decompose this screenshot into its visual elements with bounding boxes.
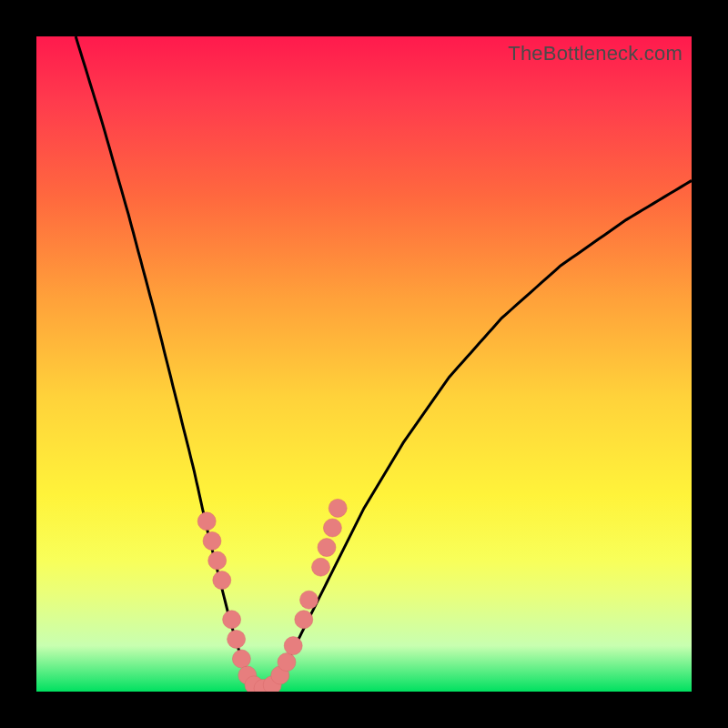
- chart-svg: [36, 36, 692, 692]
- highlight-dot: [203, 531, 221, 550]
- curve-left-branch: [76, 36, 259, 692]
- highlight-dot: [208, 551, 227, 570]
- curve-group: [76, 36, 692, 692]
- highlight-dot: [323, 519, 341, 537]
- outer-frame: TheBottleneck.com: [0, 0, 728, 728]
- dots-group: [197, 499, 347, 692]
- highlight-dot: [312, 558, 330, 576]
- highlight-dot: [228, 630, 246, 648]
- plot-area: TheBottleneck.com: [36, 36, 692, 692]
- highlight-dot: [223, 611, 241, 629]
- highlight-dot: [300, 591, 318, 609]
- curve-right-branch: [259, 180, 692, 692]
- highlight-dot: [197, 512, 216, 531]
- highlight-dot: [295, 611, 313, 629]
- highlight-dot: [329, 499, 347, 517]
- highlight-dot: [213, 571, 231, 590]
- highlight-dot: [278, 653, 296, 672]
- highlight-dot: [284, 637, 302, 655]
- highlight-dot: [318, 539, 336, 557]
- highlight-dot: [232, 650, 250, 668]
